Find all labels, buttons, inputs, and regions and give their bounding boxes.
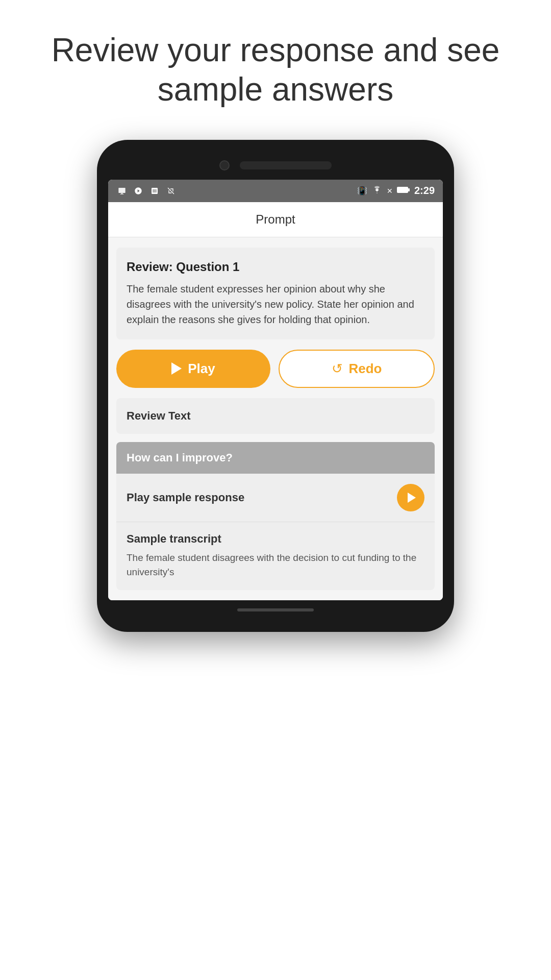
improve-body: Play sample response Sample transcript T…	[116, 474, 435, 590]
play-sample-row[interactable]: Play sample response	[116, 474, 435, 522]
page-header: Review your response and see sample answ…	[0, 0, 551, 130]
wifi-icon	[371, 185, 383, 196]
improve-header: How can I improve?	[116, 442, 435, 474]
vibrate-icon: 📳	[357, 186, 367, 195]
home-indicator	[237, 608, 314, 611]
toolbar-title: Prompt	[256, 212, 295, 226]
improve-header-title: How can I improve?	[127, 451, 233, 464]
phone-wrapper: 📳 ✕	[97, 140, 454, 632]
status-bar: 📳 ✕	[108, 180, 443, 202]
redo-label: Redo	[349, 361, 382, 377]
phone-camera	[219, 160, 230, 170]
play-sample-label: Play sample response	[127, 491, 244, 504]
redo-button[interactable]: ↺ Redo	[279, 350, 435, 388]
notif-icon-4	[165, 187, 177, 195]
question-card: Review: Question 1 The female student ex…	[116, 248, 435, 339]
redo-icon: ↺	[332, 361, 343, 377]
app-toolbar: Prompt	[108, 202, 443, 237]
phone-screen: 📳 ✕	[108, 180, 443, 600]
svg-rect-0	[118, 188, 125, 193]
battery-icon	[397, 185, 410, 196]
play-label: Play	[188, 361, 215, 377]
status-time: 2:29	[414, 185, 435, 197]
review-text-label: Review Text	[127, 409, 191, 422]
screen-content: Review: Question 1 The female student ex…	[108, 237, 443, 600]
phone-top-bar	[108, 155, 443, 180]
status-left-icons	[116, 187, 177, 195]
phone-speaker	[240, 161, 332, 169]
notif-icon-1	[116, 187, 128, 195]
improve-section: How can I improve? Play sample response …	[116, 442, 435, 590]
signal-icon: ✕	[387, 187, 393, 195]
sample-transcript-body: The female student disagrees with the de…	[127, 551, 424, 580]
question-body: The female student expresses her opinion…	[127, 281, 424, 327]
page-title: Review your response and see sample answ…	[41, 31, 510, 109]
sample-transcript-title: Sample transcript	[127, 532, 424, 546]
question-title: Review: Question 1	[127, 260, 424, 274]
play-icon	[171, 362, 182, 375]
phone-bottom-bar	[108, 600, 443, 617]
svg-rect-3	[408, 188, 410, 191]
svg-marker-1	[120, 193, 124, 194]
svg-rect-2	[397, 187, 408, 193]
play-circle-icon	[408, 493, 416, 503]
review-text-card[interactable]: Review Text	[116, 398, 435, 434]
status-right-icons: 📳 ✕	[357, 185, 435, 197]
play-button[interactable]: Play	[116, 350, 270, 388]
notif-icon-2	[133, 187, 144, 195]
action-buttons: Play ↺ Redo	[116, 350, 435, 388]
play-sample-button[interactable]	[397, 484, 424, 511]
sample-transcript-section: Sample transcript The female student dis…	[116, 522, 435, 590]
notif-icon-3	[149, 187, 160, 195]
phone-shell: 📳 ✕	[97, 140, 454, 632]
